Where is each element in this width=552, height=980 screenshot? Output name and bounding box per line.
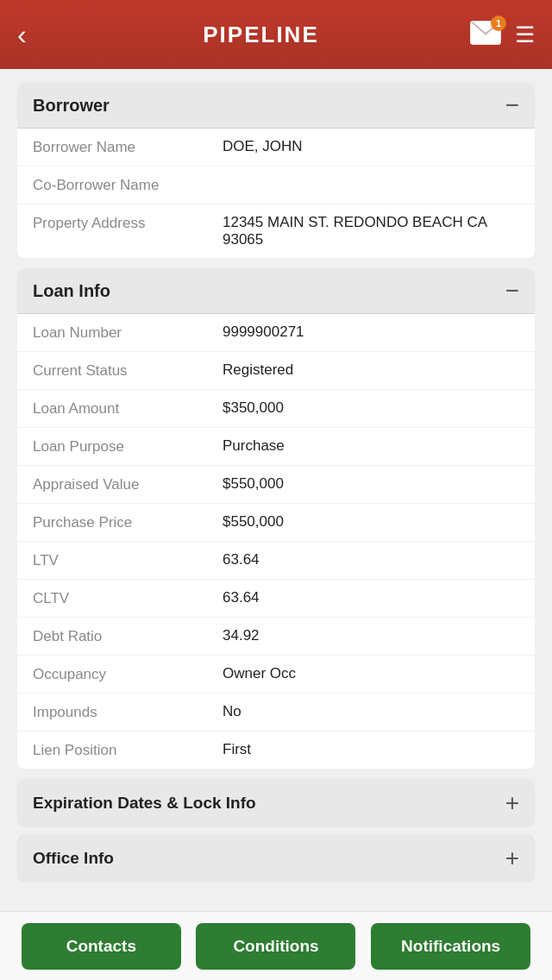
loan-info-row-7: CLTV 63.64 xyxy=(17,580,535,618)
page-title: PIPELINE xyxy=(203,22,318,48)
loan-info-label-6: LTV xyxy=(33,551,223,569)
mail-badge: 1 xyxy=(491,16,506,31)
borrower-section-title: Borrower xyxy=(33,96,110,116)
collapsed-toggle-0[interactable]: + xyxy=(505,791,519,815)
loan-info-label-3: Loan Purpose xyxy=(33,437,223,455)
loan-info-row-5: Purchase Price $550,000 xyxy=(17,504,535,542)
loan-info-label-10: Impounds xyxy=(33,703,223,721)
borrower-row-2: Property Address 12345 MAIN ST. REDONDO … xyxy=(17,204,535,258)
loan-info-row-1: Current Status Registered xyxy=(17,352,535,390)
loan-info-row-10: Impounds No xyxy=(17,694,535,732)
loan-info-rows: Loan Number 9999900271 Current Status Re… xyxy=(17,314,535,769)
loan-info-toggle[interactable]: − xyxy=(505,279,519,303)
loan-info-value-0: 9999900271 xyxy=(223,324,519,341)
loan-info-row-8: Debt Ratio 34.92 xyxy=(17,618,535,656)
main-content: Borrower − Borrower Name DOE, JOHN Co-Bo… xyxy=(0,69,552,911)
borrower-value-0: DOE, JOHN xyxy=(223,138,519,155)
borrower-rows: Borrower Name DOE, JOHN Co-Borrower Name… xyxy=(17,129,535,258)
loan-info-label-0: Loan Number xyxy=(33,324,223,342)
collapsed-header-0[interactable]: Expiration Dates & Lock Info + xyxy=(17,779,535,827)
bottom-navigation: Contacts Conditions Notifications xyxy=(0,911,552,980)
loan-info-label-7: CLTV xyxy=(33,589,223,607)
borrower-row-0: Borrower Name DOE, JOHN xyxy=(17,129,535,166)
loan-info-label-4: Appraised Value xyxy=(33,475,223,493)
collapsed-toggle-1[interactable]: + xyxy=(505,846,519,870)
loan-info-value-4: $550,000 xyxy=(223,475,519,493)
loan-info-value-2: $350,000 xyxy=(223,399,519,417)
loan-info-value-1: Registered xyxy=(223,361,519,379)
borrower-label-1: Co-Borrower Name xyxy=(33,176,223,194)
loan-info-value-8: 34.92 xyxy=(223,627,519,644)
loan-info-value-7: 63.64 xyxy=(223,589,519,606)
loan-info-row-9: Occupancy Owner Occ xyxy=(17,656,535,694)
loan-info-row-6: LTV 63.64 xyxy=(17,542,535,580)
loan-info-card: Loan Info − Loan Number 9999900271 Curre… xyxy=(17,268,535,769)
loan-info-value-10: No xyxy=(223,703,519,720)
borrower-row-1: Co-Borrower Name xyxy=(17,166,535,204)
borrower-value-2: 12345 MAIN ST. REDONDO BEACH CA 93065 xyxy=(223,214,519,248)
loan-info-label-5: Purchase Price xyxy=(33,513,223,531)
borrower-toggle[interactable]: − xyxy=(505,93,519,117)
loan-info-row-4: Appraised Value $550,000 xyxy=(17,466,535,504)
collapsed-title-1: Office Info xyxy=(33,849,114,868)
loan-info-label-1: Current Status xyxy=(33,361,223,380)
app-header: ‹ PIPELINE 1 ☰ xyxy=(0,0,552,69)
menu-button[interactable]: ☰ xyxy=(515,23,535,46)
loan-info-label-2: Loan Amount xyxy=(33,399,223,418)
loan-info-row-0: Loan Number 9999900271 xyxy=(17,314,535,352)
loan-info-section-title: Loan Info xyxy=(33,281,110,301)
loan-info-row-2: Loan Amount $350,000 xyxy=(17,390,535,428)
header-icons: 1 ☰ xyxy=(470,21,535,48)
loan-info-label-8: Debt Ratio xyxy=(33,627,223,645)
collapsed-title-0: Expiration Dates & Lock Info xyxy=(33,794,256,813)
contacts-button[interactable]: Contacts xyxy=(22,923,181,970)
conditions-button[interactable]: Conditions xyxy=(196,923,355,970)
back-button[interactable]: ‹ xyxy=(17,19,52,51)
notifications-button[interactable]: Notifications xyxy=(371,923,530,970)
borrower-label-0: Borrower Name xyxy=(33,138,223,156)
collapsed-sections: Expiration Dates & Lock Info + Office In… xyxy=(17,779,535,883)
loan-info-value-11: First xyxy=(223,741,519,758)
collapsed-card-0: Expiration Dates & Lock Info + xyxy=(17,779,535,827)
loan-info-value-6: 63.64 xyxy=(223,551,519,569)
borrower-section-header[interactable]: Borrower − xyxy=(17,83,535,129)
loan-info-label-11: Lien Position xyxy=(33,741,223,759)
loan-info-section-header[interactable]: Loan Info − xyxy=(17,268,535,314)
loan-info-row-11: Lien Position First xyxy=(17,732,535,769)
loan-info-value-9: Owner Occ xyxy=(223,665,519,682)
loan-info-value-3: Purchase xyxy=(223,437,519,455)
borrower-label-2: Property Address xyxy=(33,214,223,232)
loan-info-label-9: Occupancy xyxy=(33,665,223,683)
mail-button[interactable]: 1 xyxy=(470,21,501,48)
collapsed-card-1: Office Info + xyxy=(17,834,535,883)
loan-info-value-5: $550,000 xyxy=(223,513,519,531)
borrower-card: Borrower − Borrower Name DOE, JOHN Co-Bo… xyxy=(17,83,535,258)
loan-info-row-3: Loan Purpose Purchase xyxy=(17,428,535,466)
collapsed-header-1[interactable]: Office Info + xyxy=(17,834,535,883)
